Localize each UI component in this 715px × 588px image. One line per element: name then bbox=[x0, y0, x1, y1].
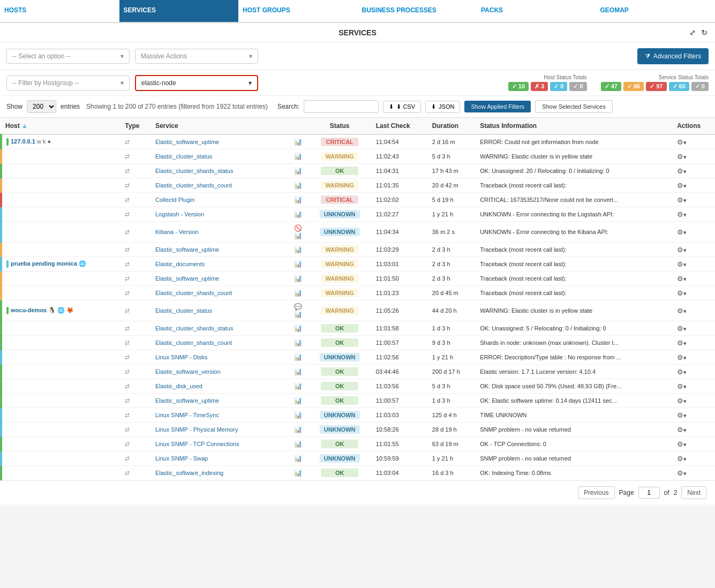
action-dropdown-icon[interactable]: ▾ bbox=[683, 229, 687, 236]
chart-icon[interactable]: 📊 bbox=[294, 397, 302, 404]
action-gear-icon[interactable]: ⚙ bbox=[677, 307, 683, 315]
action-dropdown-icon[interactable]: ▾ bbox=[683, 340, 687, 346]
service-link[interactable]: Elastic_cluster_shards_count bbox=[155, 182, 232, 189]
expand-icon[interactable]: ⤢ bbox=[689, 28, 696, 37]
action-dropdown-icon[interactable]: ▾ bbox=[683, 470, 687, 477]
action-gear-icon[interactable]: ⚙ bbox=[677, 440, 683, 448]
service-link[interactable]: Kibana - Version bbox=[155, 229, 199, 235]
show-applied-filters-button[interactable]: Show Applied Filters bbox=[464, 101, 531, 112]
action-gear-icon[interactable]: ⚙ bbox=[677, 339, 683, 347]
action-dropdown-icon[interactable]: ▾ bbox=[683, 212, 687, 218]
action-dropdown-icon[interactable]: ▾ bbox=[683, 427, 687, 433]
chart-icon[interactable]: 📊 bbox=[294, 153, 302, 160]
chart-icon[interactable]: 📊 bbox=[294, 382, 302, 390]
massive-actions-dropdown[interactable]: Massive Actions ▾ bbox=[135, 49, 258, 64]
service-link[interactable]: Linux SNMP - TCP Connections bbox=[155, 441, 239, 447]
action-dropdown-icon[interactable]: ▾ bbox=[683, 276, 687, 282]
chart-icon[interactable]: 📊 bbox=[294, 469, 302, 477]
col-status-info[interactable]: Status Information bbox=[476, 118, 673, 134]
action-gear-icon[interactable]: ⚙ bbox=[677, 353, 683, 361]
action-dropdown-icon[interactable]: ▾ bbox=[683, 168, 687, 175]
nav-item-host-groups[interactable]: HOST GROUPS bbox=[238, 0, 358, 22]
chart-icon[interactable]: 📊 bbox=[294, 339, 302, 346]
service-link[interactable]: Elastic_cluster_status bbox=[155, 153, 212, 160]
show-entries-select[interactable]: 20050100 bbox=[27, 100, 56, 113]
chart-icon[interactable]: 📊 bbox=[294, 426, 302, 433]
chart-icon[interactable]: 📊 bbox=[294, 196, 302, 203]
action-dropdown-icon[interactable]: ▾ bbox=[683, 308, 687, 314]
nav-item-services[interactable]: SERVICES bbox=[119, 0, 239, 22]
chart-icon[interactable]: 📊 bbox=[294, 368, 302, 375]
action-gear-icon[interactable]: ⚙ bbox=[677, 382, 683, 390]
action-gear-icon[interactable]: ⚙ bbox=[677, 426, 683, 434]
action-gear-icon[interactable]: ⚙ bbox=[677, 246, 683, 254]
action-gear-icon[interactable]: ⚙ bbox=[677, 275, 683, 283]
chart-icon[interactable]: 📊 bbox=[294, 440, 302, 448]
chart-icon[interactable]: 📊 bbox=[294, 138, 302, 146]
action-dropdown-icon[interactable]: ▾ bbox=[683, 247, 687, 253]
chart-icon[interactable]: 📊 bbox=[294, 289, 302, 297]
action-gear-icon[interactable]: ⚙ bbox=[677, 368, 683, 376]
action-gear-icon[interactable]: ⚙ bbox=[677, 455, 683, 463]
service-link[interactable]: Elastic_cluster_shards_count bbox=[155, 340, 232, 346]
action-gear-icon[interactable]: ⚙ bbox=[677, 182, 683, 190]
nav-item-hosts[interactable]: HOSTS bbox=[0, 0, 119, 22]
chart-icon[interactable]: 📊 bbox=[294, 182, 302, 189]
action-dropdown-icon[interactable]: ▾ bbox=[683, 326, 687, 332]
service-link[interactable]: Elastic_software_indexing bbox=[155, 470, 223, 476]
csv-button[interactable]: ⬇ ⬇ CSV bbox=[383, 101, 421, 113]
action-dropdown-icon[interactable]: ▾ bbox=[683, 139, 687, 146]
action-gear-icon[interactable]: ⚙ bbox=[677, 228, 683, 236]
action-dropdown-icon[interactable]: ▾ bbox=[683, 369, 687, 375]
service-link[interactable]: Elastic_software_version bbox=[155, 368, 221, 375]
service-link[interactable]: Logstash - Version bbox=[155, 211, 204, 217]
show-selected-services-button[interactable]: Show Selected Services bbox=[535, 100, 613, 113]
refresh-icon[interactable]: ↻ bbox=[701, 28, 708, 37]
next-button[interactable]: Next bbox=[681, 486, 706, 499]
action-gear-icon[interactable]: ⚙ bbox=[677, 153, 683, 161]
service-link[interactable]: Elastic_software_uptime bbox=[155, 139, 219, 145]
nav-item-packs[interactable]: PACKS bbox=[477, 0, 596, 22]
col-last-check[interactable]: Last Check bbox=[372, 118, 428, 134]
action-gear-icon[interactable]: ⚙ bbox=[677, 260, 683, 268]
chart-icon[interactable]: 📊 bbox=[294, 260, 302, 268]
col-status[interactable]: Status bbox=[308, 118, 372, 134]
chart-icon[interactable]: 📊 bbox=[294, 325, 302, 332]
action-dropdown-icon[interactable]: ▾ bbox=[683, 383, 687, 390]
col-host[interactable]: Host ▲ bbox=[1, 118, 121, 134]
select-option-dropdown[interactable]: -- Select an option -- ▾ bbox=[6, 49, 130, 64]
previous-button[interactable]: Previous bbox=[578, 486, 615, 499]
action-gear-icon[interactable]: ⚙ bbox=[677, 469, 683, 477]
service-link[interactable]: Elastic_documents bbox=[155, 261, 205, 267]
host-link[interactable]: prueba pending monica bbox=[11, 260, 77, 267]
col-duration[interactable]: Duration bbox=[428, 118, 476, 134]
page-number-input[interactable] bbox=[638, 487, 660, 499]
action-gear-icon[interactable]: ⚙ bbox=[677, 167, 683, 175]
service-link[interactable]: Elastic_cluster_status bbox=[155, 307, 212, 314]
service-link[interactable]: Elastic_cluster_shards_count bbox=[155, 290, 232, 296]
action-gear-icon[interactable]: ⚙ bbox=[677, 325, 683, 333]
chart-icon[interactable]: 📊 bbox=[294, 232, 302, 239]
chart-icon[interactable]: 📊 bbox=[294, 167, 302, 175]
chart-icon[interactable]: 📊 bbox=[294, 353, 302, 361]
action-dropdown-icon[interactable]: ▾ bbox=[683, 398, 687, 404]
chart-icon[interactable]: 📊 bbox=[294, 210, 302, 218]
col-service[interactable]: Service bbox=[151, 118, 292, 134]
service-link[interactable]: Elastic_software_uptime bbox=[155, 275, 219, 282]
chart-icon[interactable]: 📊 bbox=[294, 455, 302, 462]
action-dropdown-icon[interactable]: ▾ bbox=[683, 154, 687, 160]
service-link[interactable]: Elastic_software_uptime bbox=[155, 246, 219, 253]
service-link[interactable]: Collectd Plugin bbox=[155, 197, 194, 203]
search-input[interactable] bbox=[304, 100, 379, 113]
action-gear-icon[interactable]: ⚙ bbox=[677, 138, 683, 146]
chart-icon[interactable]: 📊 bbox=[294, 411, 302, 419]
action-gear-icon[interactable]: ⚙ bbox=[677, 289, 683, 297]
action-gear-icon[interactable]: ⚙ bbox=[677, 210, 683, 218]
action-dropdown-icon[interactable]: ▾ bbox=[683, 456, 687, 462]
host-link[interactable]: 127.0.0.1 bbox=[11, 138, 35, 145]
service-link[interactable]: Linux SNMP - TimeSync bbox=[155, 412, 219, 418]
action-gear-icon[interactable]: ⚙ bbox=[677, 411, 683, 419]
service-link[interactable]: Elastic_disk_used bbox=[155, 383, 202, 389]
action-gear-icon[interactable]: ⚙ bbox=[677, 397, 683, 405]
service-link[interactable]: Linux SNMP - Disks bbox=[155, 354, 208, 360]
